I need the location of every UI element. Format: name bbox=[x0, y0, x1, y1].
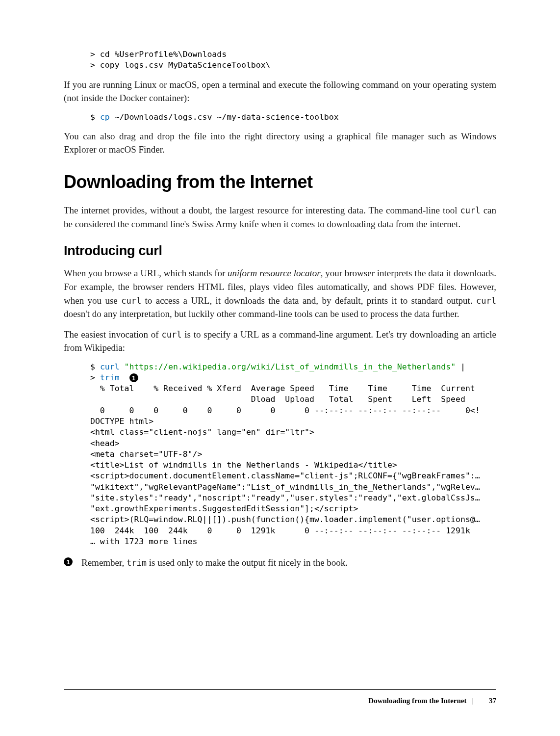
code-block-curl: $ curl "https://en.wikipedia.org/wiki/Li… bbox=[90, 362, 496, 548]
page-number: 37 bbox=[489, 697, 496, 705]
paragraph: The easiest invocation of curl is to spe… bbox=[64, 328, 496, 355]
code-block-cp: $ cp ~/Downloads/logs.csv ~/my-data-scie… bbox=[90, 112, 496, 123]
paragraph: The internet provides, without a doubt, … bbox=[64, 204, 496, 231]
paragraph: If you are running Linux or macOS, open … bbox=[64, 78, 496, 105]
heading-introducing-curl: Introducing curl bbox=[64, 241, 496, 261]
heading-downloading: Downloading from the Internet bbox=[64, 169, 496, 195]
footer-section-title: Downloading from the Internet bbox=[368, 697, 466, 705]
page-footer: Downloading from the Internet | 37 bbox=[64, 689, 496, 707]
callout-note-1: 1 Remember, trim is used only to make th… bbox=[64, 556, 496, 570]
callout-marker-1: 1 bbox=[129, 373, 138, 382]
paragraph: You can also drag and drop the file into… bbox=[64, 130, 496, 157]
callout-number-icon: 1 bbox=[64, 557, 73, 566]
paragraph: When you browse a URL, which stands for … bbox=[64, 266, 496, 320]
code-block-windows: > cd %UserProfile%\Downloads > copy logs… bbox=[90, 49, 496, 71]
